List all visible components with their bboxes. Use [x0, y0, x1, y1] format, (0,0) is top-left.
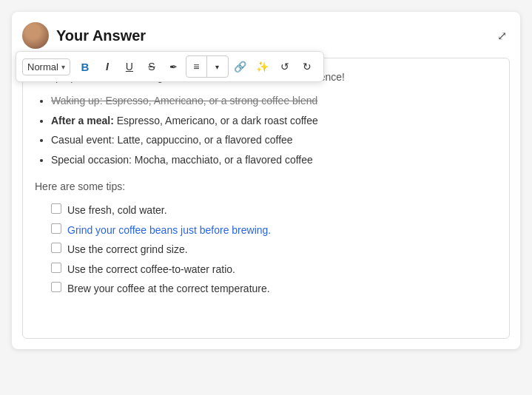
undo-button[interactable]: ↺: [275, 56, 295, 77]
checklist-item-text: Grind your coffee beans just before brew…: [67, 222, 271, 238]
link-icon: 🔗: [234, 61, 246, 72]
expand-icon[interactable]: ⤢: [497, 29, 507, 43]
checkbox[interactable]: [51, 243, 61, 253]
italic-button[interactable]: I: [97, 56, 118, 77]
list-item-text: Casual event: Latte, cappuccino, or a fl…: [51, 134, 293, 146]
checkbox[interactable]: [51, 263, 61, 273]
eraser-icon: ✒: [169, 61, 178, 72]
style-select[interactable]: Normal ▾: [22, 58, 70, 75]
redo-button[interactable]: ↻: [297, 56, 317, 77]
avatar: [22, 22, 49, 49]
formatting-toolbar: Normal ▾ B I U S ✒ ≡ ▾ 🔗 ✨: [16, 51, 324, 82]
editor-area[interactable]: Normal ▾ B I U S ✒ ≡ ▾ 🔗 ✨: [22, 58, 510, 339]
strikethrough-button[interactable]: S: [141, 56, 162, 77]
list-item: Use the correct coffee-to-water ratio.: [51, 261, 497, 277]
checklist-item-text: Use the correct coffee-to-water ratio.: [67, 261, 235, 277]
list-button[interactable]: ≡: [186, 56, 207, 77]
checkbox[interactable]: [51, 282, 61, 292]
style-label: Normal: [27, 61, 58, 72]
answer-card: Your Answer ⤢ Normal ▾ B I U S ✒ ≡ ▾: [12, 12, 520, 349]
list-item-text: Espresso, Americano, or a dark roast cof…: [117, 115, 318, 126]
page-title: Your Answer: [56, 27, 146, 44]
checklist: Use fresh, cold water. Grind your coffee…: [35, 202, 497, 297]
header-left: Your Answer: [22, 22, 146, 49]
checklist-item-text: Brew your coffee at the correct temperat…: [67, 280, 270, 297]
list-icon: ≡: [193, 61, 199, 72]
checklist-item-text: Use fresh, cold water.: [67, 202, 167, 218]
list-item: Casual event: Latte, cappuccino, or a fl…: [51, 132, 497, 148]
bold-button[interactable]: B: [75, 56, 95, 77]
list-item-label: After a meal:: [51, 115, 114, 126]
coffee-list: Waking up: Espresso, Americano, or a str…: [35, 92, 497, 168]
list-item: Grind your coffee beans just before brew…: [51, 222, 497, 238]
editor-content[interactable]: The proper coffee for the right occasion…: [23, 58, 509, 317]
list-item: Use the correct grind size.: [51, 241, 497, 257]
list-item: Use fresh, cold water.: [51, 202, 497, 218]
checklist-item-text: Use the correct grind size.: [67, 241, 188, 257]
list-item-text: Special occasion: Mocha, macchiato, or a…: [51, 154, 313, 166]
list-item: Waking up: Espresso, Americano, or a str…: [51, 92, 497, 109]
wand-icon: ✨: [256, 61, 269, 72]
tips-heading: Here are some tips:: [35, 178, 497, 195]
list-dropdown-button[interactable]: ▾: [207, 56, 228, 77]
checkbox[interactable]: [51, 203, 61, 214]
list-item: Special occasion: Mocha, macchiato, or a…: [51, 152, 497, 168]
list-button-group: ≡ ▾: [186, 55, 229, 78]
list-item: After a meal: Espresso, Americano, or a …: [51, 112, 497, 129]
chevron-down-icon: ▾: [61, 63, 65, 71]
checkbox[interactable]: [51, 223, 61, 234]
link-button[interactable]: 🔗: [230, 56, 251, 77]
magic-button[interactable]: ✨: [252, 56, 273, 77]
eraser-button[interactable]: ✒: [164, 56, 184, 77]
underline-button[interactable]: U: [119, 56, 140, 77]
list-item-text: Waking up: Espresso, Americano, or a str…: [51, 95, 317, 107]
chevron-down-icon: ▾: [215, 63, 219, 71]
list-item: Brew your coffee at the correct temperat…: [51, 280, 497, 297]
